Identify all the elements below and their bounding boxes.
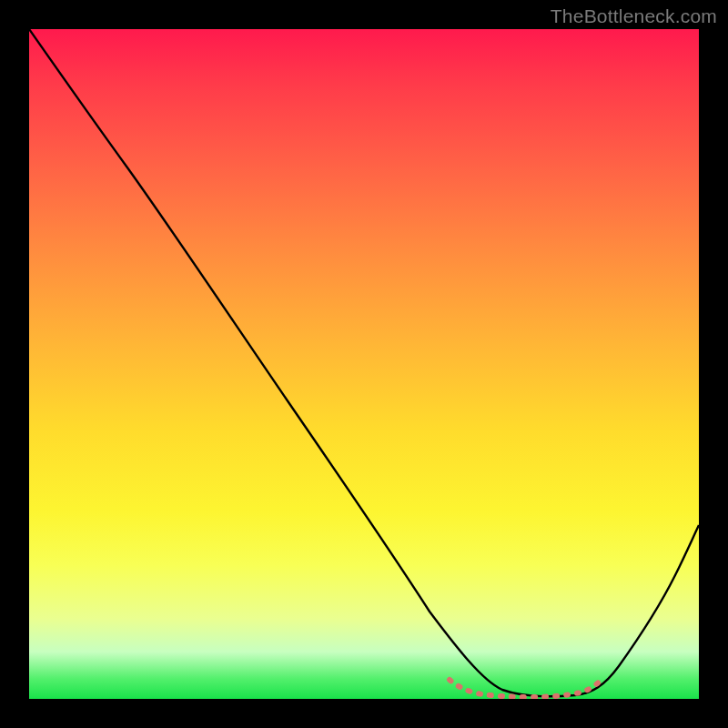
watermark-text: TheBottleneck.com	[551, 5, 717, 27]
plot-area	[29, 29, 699, 699]
chart-svg	[29, 29, 699, 699]
chart-frame: TheBottleneck.com	[0, 0, 728, 728]
bottleneck-curve	[29, 29, 699, 696]
